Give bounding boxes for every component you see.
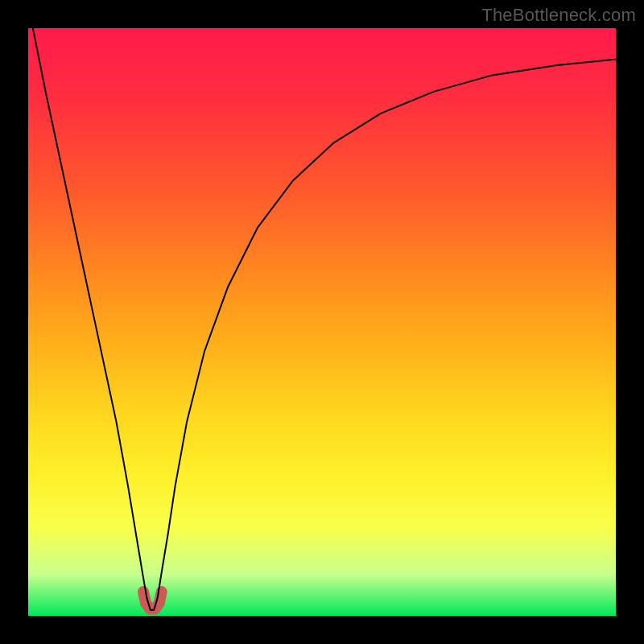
chart-svg <box>28 28 616 616</box>
plot-area <box>28 28 616 616</box>
bottleneck-curve <box>33 28 616 610</box>
watermark-text: TheBottleneck.com <box>481 5 636 26</box>
chart-frame: TheBottleneck.com <box>0 0 644 644</box>
